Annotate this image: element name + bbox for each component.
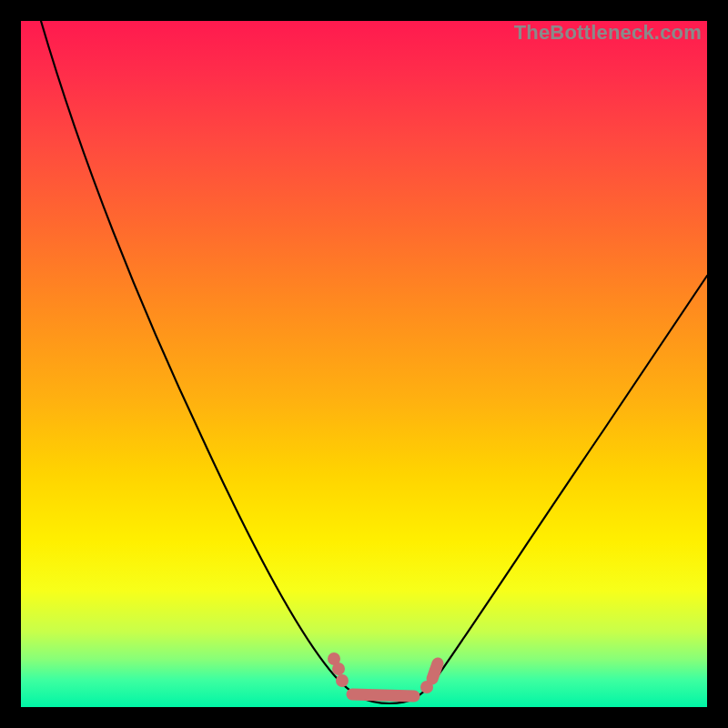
svg-point-1 [332, 662, 345, 675]
plot-area: TheBottleneck.com [21, 21, 707, 707]
svg-point-2 [336, 674, 349, 687]
optimal-zone-dots [328, 652, 438, 696]
curve-layer [21, 21, 707, 707]
bottleneck-curve [41, 21, 707, 703]
chart-frame: TheBottleneck.com [0, 0, 728, 728]
